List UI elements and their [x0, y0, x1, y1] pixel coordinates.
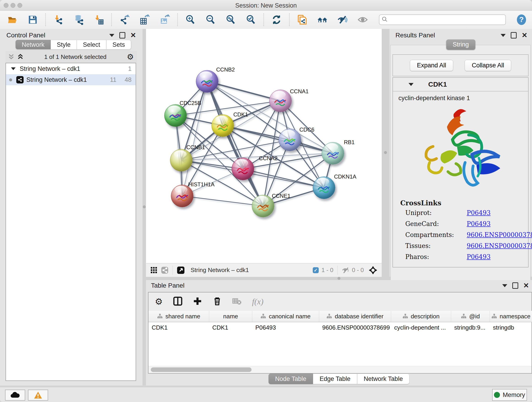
network-node-ccna2[interactable] [232, 158, 254, 180]
show-hidden-button[interactable] [357, 14, 368, 26]
network-overview-icon[interactable] [161, 267, 168, 274]
column-header--id[interactable]: @id [451, 311, 490, 322]
hide-selected-button[interactable] [337, 14, 348, 26]
create-column-icon[interactable] [193, 297, 202, 307]
import-table-button[interactable] [93, 14, 104, 26]
crosslink-link[interactable]: P06493 [467, 220, 491, 227]
help-button[interactable]: ? [516, 14, 526, 25]
close-panel-icon[interactable]: ✕ [523, 282, 529, 289]
new-network-from-selection-button[interactable] [297, 14, 308, 26]
table-cell[interactable]: 9606.ENSP00000378699 [319, 322, 391, 333]
panel-menu-icon[interactable] [502, 284, 507, 287]
export-table-button[interactable] [139, 14, 150, 26]
column-header-namespace[interactable]: namespace [490, 311, 532, 322]
export-image-button[interactable] [159, 14, 171, 26]
crosslinks-section: CrossLinks Uniprot:P06493GeneCard:P06493… [400, 199, 532, 264]
column-header-database-identifier[interactable]: database identifier [319, 311, 391, 322]
import-network-file-button[interactable] [53, 14, 64, 26]
column-header-name[interactable]: name [209, 311, 252, 322]
table-row[interactable]: CDK1CDK1P064939606.ENSP00000378699cyclin… [148, 322, 532, 333]
network-node-hist1h1a[interactable] [171, 185, 193, 207]
column-header-shared-name[interactable]: shared name [148, 311, 209, 322]
network-options-gear-icon[interactable]: ⚙ [127, 53, 134, 61]
network-current-dot [9, 78, 12, 81]
table-panel: Table Panel ✕ ⚙ f(x) shared namenamecano… [146, 280, 532, 385]
network-view-canvas[interactable]: CCNB2CCNA1CDC25BCDK1CDC6RB1CCNB1CCNA2CDK… [146, 29, 382, 263]
close-panel-icon[interactable]: ✕ [522, 32, 527, 39]
birds-eye-view-icon[interactable] [151, 267, 157, 274]
tab-network[interactable]: Network [16, 40, 51, 49]
close-panel-icon[interactable]: ✕ [130, 32, 136, 39]
tab-style[interactable]: Style [51, 40, 77, 49]
collapse-all-icon[interactable] [8, 53, 15, 61]
memory-button[interactable]: Memory [492, 389, 527, 401]
cloud-status-button[interactable] [5, 390, 25, 401]
gene-caret-icon[interactable] [409, 83, 413, 86]
network-collection-row[interactable]: String Network – cdk1 1 [6, 63, 136, 74]
network-node-ccna1[interactable] [269, 89, 292, 112]
gene-section-header[interactable]: CDK1 [393, 78, 528, 91]
tab-select[interactable]: Select [77, 40, 106, 49]
table-cell[interactable]: P06493 [252, 322, 319, 333]
crosslink-link[interactable]: P06493 [467, 209, 491, 216]
expand-all-icon[interactable] [17, 53, 24, 61]
network-row[interactable]: String Network – cdk1 11 48 [6, 74, 136, 85]
tab-sets[interactable]: Sets [106, 40, 131, 49]
delete-table-icon[interactable] [232, 297, 241, 307]
crosslink-link[interactable]: 9606.ENSP00000378699 [467, 242, 532, 249]
panel-menu-icon[interactable] [109, 34, 114, 37]
zoom-out-button[interactable] [205, 14, 216, 26]
right-splitter[interactable] [382, 29, 389, 277]
network-node-cdkn1a[interactable] [313, 177, 335, 199]
selected-checkbox-icon[interactable]: ✓ [313, 267, 319, 273]
center-view-icon[interactable] [368, 266, 378, 275]
tab-network-table[interactable]: Network Table [357, 374, 410, 384]
zoom-in-button[interactable] [185, 14, 196, 26]
export-network-button[interactable] [119, 14, 130, 26]
tab-edge-table[interactable]: Edge Table [313, 374, 357, 384]
tab-string[interactable]: String [446, 39, 475, 50]
column-header-canonical-name[interactable]: canonical name [252, 311, 319, 322]
crosslink-link[interactable]: P06493 [467, 253, 491, 260]
scrollbar-thumb[interactable] [151, 367, 252, 372]
open-in-window-icon[interactable] [177, 266, 185, 274]
left-splitter[interactable] [143, 29, 146, 385]
search-icon [382, 16, 388, 22]
delete-column-icon[interactable] [213, 297, 222, 307]
network-node-cdc25b[interactable] [164, 104, 187, 127]
function-builder-icon[interactable]: f(x) [252, 297, 264, 306]
table-options-gear-icon[interactable]: ⚙ [155, 297, 163, 306]
network-node-cdk1[interactable] [211, 114, 234, 137]
table-cell[interactable]: CDK1 [209, 322, 252, 333]
network-node-cdc6[interactable] [279, 128, 301, 151]
table-cell[interactable]: cyclin-dependent ... [391, 322, 451, 333]
table-cell[interactable]: CDK1 [148, 322, 209, 333]
warnings-button[interactable] [28, 390, 48, 401]
tab-node-table[interactable]: Node Table [268, 374, 313, 384]
zoom-selected-button[interactable] [245, 14, 257, 26]
table-horizontal-scrollbar[interactable] [148, 366, 532, 373]
import-network-database-button[interactable] [73, 14, 84, 26]
panel-menu-icon[interactable] [500, 34, 506, 37]
float-panel-icon[interactable] [512, 282, 518, 289]
zoom-fit-button[interactable] [225, 14, 236, 26]
crosslink-link[interactable]: 9606.ENSP00000378699 [467, 231, 532, 238]
first-neighbors-button[interactable] [317, 14, 328, 26]
save-session-button[interactable] [27, 14, 38, 26]
collection-caret-icon[interactable] [11, 67, 16, 70]
refresh-view-button[interactable] [271, 14, 282, 26]
network-node-ccnb2[interactable] [196, 70, 218, 93]
network-node-ccnb1[interactable] [170, 149, 192, 172]
column-header-description[interactable]: description [391, 311, 451, 322]
table-cell[interactable]: stringdb [490, 322, 532, 333]
collapse-all-button[interactable]: Collapse All [465, 60, 511, 71]
network-node-ccne1[interactable] [252, 195, 274, 217]
float-panel-icon[interactable] [119, 32, 125, 38]
search-input[interactable] [379, 14, 506, 25]
float-panel-icon[interactable] [511, 32, 517, 38]
show-columns-icon[interactable] [173, 297, 182, 307]
table-cell[interactable]: stringdb:9... [451, 322, 490, 333]
network-node-rb1[interactable] [322, 142, 344, 165]
expand-all-button[interactable]: Expand All [410, 60, 453, 71]
open-session-button[interactable] [7, 14, 18, 26]
